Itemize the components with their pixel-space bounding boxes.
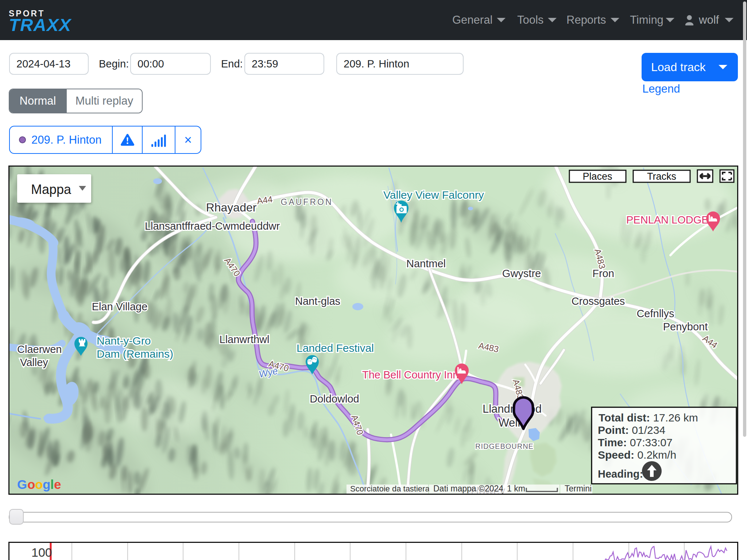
svg-text:PENLAN LODGES: PENLAN LODGES [626, 214, 716, 226]
svg-text:1 km: 1 km [507, 484, 525, 493]
svg-text:Point: 01/234: Point: 01/234 [598, 424, 665, 436]
svg-text:Nantmel: Nantmel [406, 258, 446, 269]
svg-text:Time: 07:33:07: Time: 07:33:07 [598, 436, 673, 448]
svg-text:Dam (Remains): Dam (Remains) [97, 348, 173, 360]
svg-text:Elan Village: Elan Village [92, 301, 148, 312]
svg-text:o: o [27, 477, 35, 491]
svg-text:Termini: Termini [565, 484, 592, 493]
svg-text:Dati mappa ©2024: Dati mappa ©2024 [433, 484, 503, 493]
svg-text:Places: Places [582, 171, 612, 182]
svg-text:e: e [54, 477, 61, 491]
svg-text:Cefnllys: Cefnllys [636, 308, 674, 319]
svg-text:The Bell Country Inn: The Bell Country Inn [362, 369, 458, 381]
svg-text:Landed Festival: Landed Festival [297, 342, 374, 354]
svg-text:100: 100 [31, 545, 52, 559]
svg-text:Llansantffraed-Cwmdeuddwr: Llansantffraed-Cwmdeuddwr [145, 220, 280, 232]
svg-text:Scorciatoie da tastiera: Scorciatoie da tastiera [350, 484, 430, 493]
svg-text:Nant-y-Gro: Nant-y-Gro [97, 335, 151, 347]
svg-text:Gwystre: Gwystre [502, 268, 541, 279]
svg-text:Speed: 0.2km/h: Speed: 0.2km/h [598, 449, 676, 461]
svg-text:Valley: Valley [20, 357, 48, 368]
svg-text:Crossgates: Crossgates [572, 295, 625, 307]
svg-text:Llanwrthwl: Llanwrthwl [220, 334, 270, 345]
svg-text:RIDGEBOURNE: RIDGEBOURNE [475, 442, 534, 450]
svg-text:Penybont: Penybont [663, 321, 708, 332]
svg-text:Mappa: Mappa [31, 182, 71, 197]
svg-text:G: G [17, 477, 27, 491]
svg-text:Fron: Fron [592, 268, 614, 279]
svg-text:Heading:: Heading: [598, 468, 643, 480]
svg-text:g: g [43, 477, 50, 491]
svg-text:o: o [35, 477, 43, 491]
svg-text:l: l [50, 477, 54, 491]
svg-text:Doldowlod: Doldowlod [310, 393, 359, 405]
svg-text:Valley View Falconry: Valley View Falconry [383, 189, 484, 201]
svg-text:Tracks: Tracks [647, 171, 676, 182]
svg-text:Total dist: 17.26 km: Total dist: 17.26 km [599, 412, 698, 424]
svg-text:Claerwen: Claerwen [17, 343, 62, 355]
svg-text:GAUFRON: GAUFRON [281, 197, 333, 207]
svg-text:Rhayader: Rhayader [206, 201, 257, 214]
svg-text:Nant-glas: Nant-glas [295, 295, 340, 307]
